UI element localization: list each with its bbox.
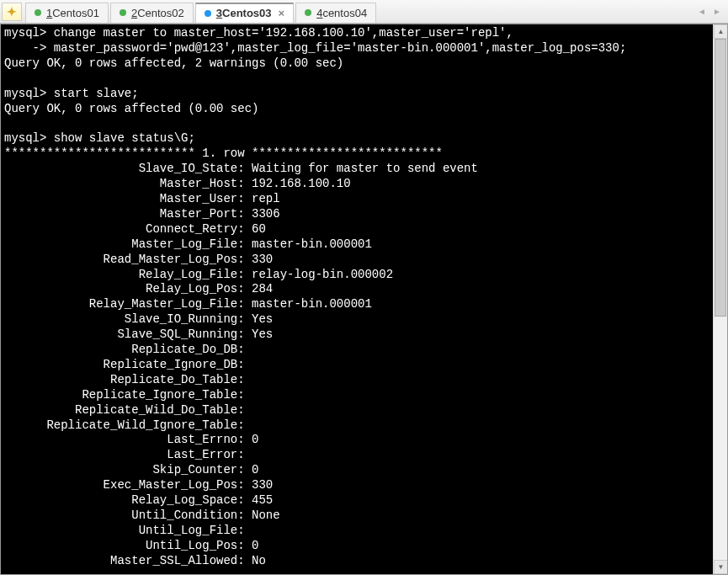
tab-centos02[interactable]: 2 Centos02	[110, 3, 194, 23]
tab-nav-right[interactable]: ►	[709, 4, 725, 19]
status-dot-icon	[120, 9, 126, 16]
tab-number: 2	[131, 7, 137, 19]
tab-bar: ✦ 1 Centos012 Centos023 Centos03×4 cento…	[0, 0, 728, 24]
tab-number: 1	[46, 7, 52, 19]
status-dot-icon	[205, 10, 211, 17]
tab-centos01[interactable]: 1 Centos01	[25, 3, 109, 23]
scroll-up-arrow[interactable]: ▲	[714, 24, 728, 39]
tab-label: centos04	[322, 7, 367, 19]
tab-nav-left[interactable]: ◄	[694, 4, 709, 19]
scroll-down-arrow[interactable]: ▼	[714, 560, 728, 574]
scroll-thumb[interactable]	[715, 39, 726, 317]
tab-centos03[interactable]: 3 Centos03×	[195, 3, 294, 23]
tab-centos04[interactable]: 4 centos04	[295, 3, 376, 23]
tab-number: 3	[216, 7, 222, 19]
status-dot-icon	[305, 9, 311, 16]
tab-label: Centos01	[52, 7, 99, 19]
tab-nav: ◄ ►	[694, 4, 728, 19]
terminal-wrapper: mysql> change master to master_host='192…	[0, 24, 728, 575]
new-tab-button[interactable]: ✦	[2, 3, 22, 21]
add-icon: ✦	[7, 5, 17, 19]
tab-label: Centos02	[137, 7, 184, 19]
tab-label: Centos03	[222, 7, 272, 19]
tab-number: 4	[316, 7, 322, 19]
scrollbar[interactable]: ▲ ▼	[713, 24, 727, 574]
status-dot-icon	[35, 9, 41, 16]
terminal-output[interactable]: mysql> change master to master_host='192…	[1, 24, 713, 574]
close-icon[interactable]: ×	[279, 7, 285, 19]
